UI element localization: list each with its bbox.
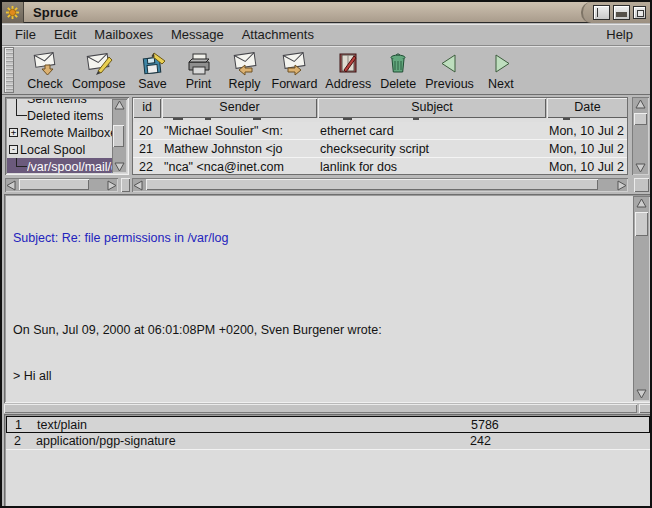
column-header-date[interactable]: Date <box>547 98 628 118</box>
tree-horizontal-scrollbar[interactable] <box>5 178 118 192</box>
menu-file[interactable]: File <box>6 25 45 44</box>
menubar: File Edit Mailboxes Message Attachments … <box>2 24 650 45</box>
check-button[interactable]: Check <box>22 47 68 93</box>
folder-tree: Sent Items Deleted items + Remote Mailbo… <box>7 99 112 173</box>
compose-icon <box>84 51 114 77</box>
scroll-left-icon[interactable] <box>132 179 145 192</box>
menu-message[interactable]: Message <box>162 25 233 44</box>
scroll-up-icon[interactable] <box>113 99 126 112</box>
list-vertical-scrollbar[interactable] <box>632 97 649 175</box>
check-mail-icon <box>30 51 60 77</box>
scrollbar-thumb[interactable] <box>146 179 598 190</box>
forward-icon <box>279 51 309 77</box>
scrollbar-thumb[interactable] <box>113 125 124 147</box>
folder-item-remote-mailboxes[interactable]: + Remote Mailboxes <box>7 124 112 141</box>
menu-edit[interactable]: Edit <box>45 25 85 44</box>
tree-branch <box>16 107 27 116</box>
window-title: Spruce <box>33 5 78 20</box>
attachment-row[interactable]: 1 text/plain 5786 <box>6 416 650 433</box>
scroll-up-icon[interactable] <box>635 197 648 210</box>
menu-help[interactable]: Help <box>597 25 642 44</box>
window-menu-button[interactable] <box>2 2 24 23</box>
spruce-window: Spruce File Edit Mailboxes Message Attac… <box>0 0 652 508</box>
toolbar-drag-handle[interactable] <box>4 47 14 93</box>
address-book-icon <box>333 51 363 77</box>
scroll-up-icon[interactable] <box>634 98 647 111</box>
folder-item-deleted-items[interactable]: Deleted items <box>7 107 112 124</box>
scrollbar-thumb[interactable] <box>634 113 647 125</box>
toolbar-label: Compose <box>72 77 126 92</box>
scroll-left-icon[interactable] <box>5 179 18 192</box>
toolbar-label: Reply <box>229 77 261 92</box>
expand-plus-icon[interactable]: + <box>9 128 18 137</box>
message-row[interactable]: 20 "Michael Soulier" <m: ethernet card M… <box>133 122 627 140</box>
next-button[interactable]: Next <box>478 47 524 93</box>
list-horizontal-scrollbar[interactable] <box>132 178 628 192</box>
toolbar-label: Forward <box>272 77 318 92</box>
previous-button[interactable]: Previous <box>421 47 478 93</box>
tree-branch <box>16 158 27 167</box>
pane-splitter-handle[interactable] <box>121 178 130 192</box>
menu-mailboxes[interactable]: Mailboxes <box>85 25 162 44</box>
toolbar-label: Address <box>325 77 371 92</box>
shade-button[interactable] <box>593 5 610 20</box>
scroll-down-icon[interactable] <box>634 161 647 174</box>
scroll-down-icon[interactable] <box>635 387 648 400</box>
tree-vertical-scrollbar[interactable] <box>112 99 127 173</box>
folder-item-sent-items[interactable]: Sent Items <box>7 99 112 107</box>
message-row[interactable]: 22 "nca" <nca@inet.com lanlink for dos M… <box>133 158 627 175</box>
address-button[interactable]: Address <box>321 47 375 93</box>
folder-item-local-spool[interactable]: - Local Spool <box>7 141 112 158</box>
compose-button[interactable]: Compose <box>68 47 130 93</box>
scroll-right-icon[interactable] <box>615 179 628 192</box>
toolbar-label: Next <box>488 77 514 92</box>
scrollbar-thumb[interactable] <box>635 212 648 236</box>
attachment-row[interactable]: 2 application/pgp-signature 242 <box>6 433 650 450</box>
scroll-down-icon[interactable] <box>113 160 126 173</box>
save-button[interactable]: Save <box>130 47 176 93</box>
toolbar-label: Check <box>27 77 62 92</box>
collapse-minus-icon[interactable]: - <box>9 145 18 154</box>
toolbar: Check Compose <box>2 45 650 95</box>
message-body: Subject: Re: file permissions in /var/lo… <box>7 197 631 400</box>
next-icon <box>486 51 516 77</box>
message-subject-line: Subject: Re: file permissions in /var/lo… <box>13 231 631 246</box>
close-button[interactable] <box>633 6 646 19</box>
delete-icon <box>383 51 413 77</box>
sunburst-icon <box>5 5 20 20</box>
reply-button[interactable]: Reply <box>222 47 268 93</box>
toolbar-label: Save <box>138 77 167 92</box>
scrollbar-thumb[interactable] <box>19 179 89 190</box>
column-header-id[interactable]: id <box>133 98 161 118</box>
message-body-pane: Subject: Re: file permissions in /var/lo… <box>4 194 652 403</box>
forward-button[interactable]: Forward <box>268 47 322 93</box>
folder-item-var-spool-mail[interactable]: /var/spool/mail/gj <box>7 158 112 173</box>
delete-button[interactable]: Delete <box>375 47 421 93</box>
attachments-pane: 1 text/plain 5786 2 application/pgp-sign… <box>4 414 652 508</box>
pane-splitter-handle[interactable] <box>639 404 652 413</box>
save-icon <box>138 51 168 77</box>
column-header-subject[interactable]: Subject <box>318 98 546 118</box>
print-icon <box>184 51 214 77</box>
message-list-header: id Sender Subject Date <box>133 98 627 118</box>
message-row-partial[interactable] <box>133 118 627 122</box>
previous-icon <box>435 51 465 77</box>
toolbar-label: Previous <box>425 77 474 92</box>
window-controls <box>581 2 650 23</box>
titlebar[interactable]: Spruce <box>2 2 650 23</box>
column-header-sender[interactable]: Sender <box>162 98 317 118</box>
maximize-button[interactable] <box>613 5 630 20</box>
scroll-right-icon[interactable] <box>105 179 118 192</box>
toolbar-label: Print <box>186 77 212 92</box>
reply-icon <box>230 51 260 77</box>
print-button[interactable]: Print <box>176 47 222 93</box>
tree-branch <box>16 99 27 107</box>
body-vertical-scrollbar[interactable] <box>633 196 650 401</box>
pane-splitter-handle[interactable] <box>634 178 649 192</box>
menu-attachments[interactable]: Attachments <box>233 25 323 44</box>
folder-tree-pane: Sent Items Deleted items + Remote Mailbo… <box>5 97 129 175</box>
body-horizontal-scrollbar[interactable] <box>4 404 637 413</box>
message-row[interactable]: 21 Mathew Johnston <jo checksecurity scr… <box>133 140 627 158</box>
toolbar-label: Delete <box>380 77 416 92</box>
message-list-pane: id Sender Subject Date 20 "Michael Souli… <box>132 97 628 175</box>
